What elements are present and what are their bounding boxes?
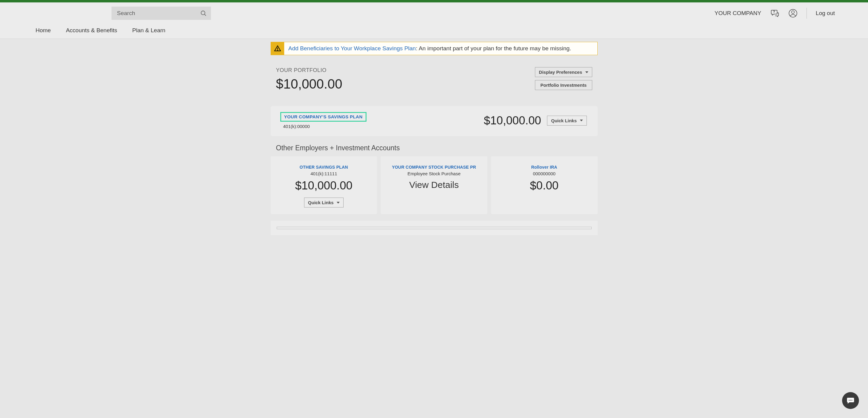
portfolio-amount: $10,000.00 xyxy=(276,76,342,92)
card-title-link[interactable]: Rollover IRA xyxy=(497,165,592,169)
brand-top-bar xyxy=(0,0,868,2)
alert-message: : An important part of your plan for the… xyxy=(416,45,571,52)
card-title-link[interactable]: YOUR COMPANY STOCK PURCHASE PR xyxy=(387,165,481,169)
nav-accounts[interactable]: Accounts & Benefits xyxy=(66,27,117,34)
alert-link[interactable]: Add Beneficiaries to Your Workplace Savi… xyxy=(288,45,416,52)
svg-line-1 xyxy=(204,14,206,15)
chevron-down-icon xyxy=(580,120,583,121)
alert-icon-box xyxy=(271,42,284,55)
card-account-number: 000000000 xyxy=(497,171,592,176)
account-cards-row: OTHER SAVINGS PLAN 401(k):11111 $10,000.… xyxy=(271,156,598,214)
card-view-details-link[interactable]: View Details xyxy=(387,180,481,190)
search-input[interactable] xyxy=(112,7,211,20)
main-nav: Home Accounts & Benefits Plan & Learn xyxy=(0,23,868,38)
nav-home[interactable]: Home xyxy=(36,27,51,34)
profile-icon[interactable] xyxy=(788,9,798,18)
account-card-rollover-ira: Rollover IRA 000000000 $0.00 xyxy=(491,156,598,214)
plan-name-highlight: YOUR COMPANY'S SAVINGS PLAN xyxy=(280,112,367,122)
chevron-down-icon xyxy=(585,71,588,73)
chevron-down-icon xyxy=(337,202,340,203)
plan-quick-links-button[interactable]: Quick Links xyxy=(547,116,587,126)
svg-point-6 xyxy=(277,50,278,50)
logout-link[interactable]: Log out xyxy=(816,10,835,17)
company-name: YOUR COMPANY xyxy=(715,10,761,17)
account-card-other-savings: OTHER SAVINGS PLAN 401(k):11111 $10,000.… xyxy=(271,156,377,214)
display-preferences-button[interactable]: Display Preferences xyxy=(535,67,592,77)
display-preferences-label: Display Preferences xyxy=(539,70,582,75)
card-title-link[interactable]: OTHER SAVINGS PLAN xyxy=(277,165,371,169)
header: YOUR COMPANY ? Log out Home Accounts & B… xyxy=(0,2,868,39)
portfolio-title: YOUR PORTFOLIO xyxy=(276,67,342,73)
portfolio-section: YOUR PORTFOLIO $10,000.00 Display Prefer… xyxy=(271,55,598,101)
card-account-type: Employee Stock Purchase xyxy=(387,171,481,176)
plan-name-link[interactable]: YOUR COMPANY'S SAVINGS PLAN xyxy=(284,114,363,119)
portfolio-investments-label: Portfolio Investments xyxy=(540,83,587,88)
svg-text:?: ? xyxy=(773,10,775,13)
account-card-stock-purchase: YOUR COMPANY STOCK PURCHASE PR Employee … xyxy=(381,156,487,214)
card-account-number: 401(k):11111 xyxy=(277,171,371,176)
quick-links-label: Quick Links xyxy=(551,118,577,123)
alert-text: Add Beneficiaries to Your Workplace Savi… xyxy=(284,42,576,55)
search-box xyxy=(112,7,211,20)
bottom-panel-inner xyxy=(277,227,592,229)
card-amount: $0.00 xyxy=(497,179,592,192)
svg-point-0 xyxy=(201,11,205,15)
search-icon xyxy=(200,10,207,17)
svg-point-4 xyxy=(792,11,794,13)
plan-account-number: 401(k):00000 xyxy=(283,124,367,129)
main-plan-card: YOUR COMPANY'S SAVINGS PLAN 401(k):00000… xyxy=(271,106,598,136)
beneficiary-alert: Add Beneficiaries to Your Workplace Savi… xyxy=(271,42,598,55)
card-quick-links-button[interactable]: Quick Links xyxy=(304,198,344,207)
bottom-panel xyxy=(271,221,598,235)
portfolio-investments-button[interactable]: Portfolio Investments xyxy=(535,80,592,90)
card-amount: $10,000.00 xyxy=(277,179,371,192)
help-chat-icon[interactable]: ? xyxy=(770,9,779,18)
warning-icon xyxy=(274,45,281,52)
plan-amount: $10,000.00 xyxy=(484,114,541,127)
quick-links-label: Quick Links xyxy=(308,200,334,205)
nav-plan[interactable]: Plan & Learn xyxy=(132,27,165,34)
other-accounts-heading: Other Employers + Investment Accounts xyxy=(271,141,598,156)
